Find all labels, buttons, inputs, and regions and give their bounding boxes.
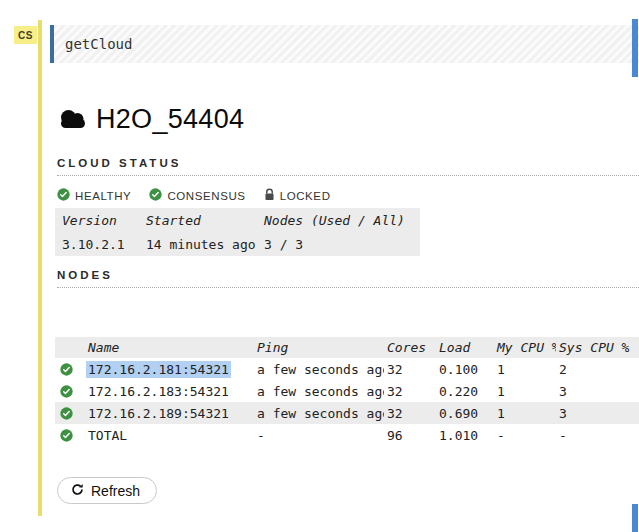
status-badges: HEALTHY CONSENSUS LOCKED <box>57 188 331 203</box>
node-my-cpu: 1 <box>494 358 556 380</box>
page-title: H2O_54404 <box>96 104 244 135</box>
check-circle-icon <box>55 380 85 402</box>
section-header-cloud-status: CLOUD STATUS <box>57 157 639 176</box>
node-cores: 32 <box>384 380 436 402</box>
cell-flag-badge: CS <box>14 26 37 44</box>
node-ping: a few seconds ago <box>254 402 384 424</box>
status-badge-consensus: CONSENSUS <box>149 188 245 203</box>
table-row: 3.10.2.1 14 minutes ago 3 / 3 <box>55 232 420 256</box>
status-badge-label: HEALTHY <box>75 190 131 202</box>
code-cell-input[interactable]: getCloud <box>50 25 639 63</box>
node-my-cpu: 1 <box>494 380 556 402</box>
selected-text: 172.16.2.181:54321 <box>86 361 231 378</box>
table-row: 172.16.2.181:54321 a few seconds ago 32 … <box>55 358 639 380</box>
node-load: 0.220 <box>436 380 494 402</box>
col-name: Name <box>85 337 254 358</box>
node-ping: a few seconds ago <box>254 380 384 402</box>
table-row: 172.16.2.183:54321 a few seconds ago 32 … <box>55 380 639 402</box>
node-sys-cpu: - <box>556 424 639 446</box>
node-cores: 32 <box>384 402 436 424</box>
col-ping: Ping <box>254 337 384 358</box>
status-badge-healthy: HEALTHY <box>57 188 131 203</box>
node-my-cpu: - <box>494 424 556 446</box>
nodes-used-all-value: 3 / 3 <box>257 232 420 256</box>
started-value: 14 minutes ago <box>139 232 257 256</box>
node-ping: a few seconds ago <box>254 358 384 380</box>
status-badge-label: LOCKED <box>280 190 331 202</box>
refresh-button[interactable]: Refresh <box>57 477 157 504</box>
col-cores: Cores <box>384 337 436 358</box>
table-header-row: Version Started Nodes (Used / All) <box>55 208 420 232</box>
table-row: 172.16.2.189:54321 a few seconds ago 32 … <box>55 402 639 424</box>
section-header-nodes: NODES <box>57 269 639 288</box>
col-status-icon <box>55 337 85 358</box>
cloud-icon <box>57 107 89 132</box>
node-load: 0.690 <box>436 402 494 424</box>
col-nodes-used-all: Nodes (Used / All) <box>257 208 420 232</box>
cloud-title-row: H2O_54404 <box>57 104 244 135</box>
node-name: TOTAL <box>85 424 254 446</box>
check-circle-icon <box>57 188 70 203</box>
node-name: 172.16.2.181:54321 <box>85 358 254 380</box>
col-started: Started <box>139 208 257 232</box>
node-cores: 32 <box>384 358 436 380</box>
col-my-cpu: My CPU % <box>494 337 556 358</box>
scrollbar-thumb-top[interactable] <box>632 19 638 77</box>
lock-icon <box>264 188 275 203</box>
col-version: Version <box>55 208 139 232</box>
cell-rail[interactable] <box>38 20 42 516</box>
version-value: 3.10.2.1 <box>55 232 139 256</box>
check-circle-icon <box>55 358 85 380</box>
table-header-row: Name Ping Cores Load My CPU % Sys CPU % <box>55 337 639 358</box>
node-sys-cpu: 3 <box>556 380 639 402</box>
check-circle-icon <box>55 402 85 424</box>
cloud-status-table: Version Started Nodes (Used / All) 3.10.… <box>55 208 420 256</box>
nodes-table: Name Ping Cores Load My CPU % Sys CPU % … <box>55 337 639 446</box>
check-circle-icon <box>149 188 162 203</box>
node-name: 172.16.2.183:54321 <box>85 380 254 402</box>
node-load: 1.010 <box>436 424 494 446</box>
node-my-cpu: 1 <box>494 402 556 424</box>
scrollbar-thumb-bottom[interactable] <box>632 504 638 532</box>
status-badge-locked: LOCKED <box>264 188 331 203</box>
node-sys-cpu: 2 <box>556 358 639 380</box>
refresh-button-label: Refresh <box>91 483 140 499</box>
node-cores: 96 <box>384 424 436 446</box>
col-load: Load <box>436 337 494 358</box>
node-ping: - <box>254 424 384 446</box>
code-cell-text: getCloud <box>54 36 132 52</box>
refresh-icon <box>71 483 84 499</box>
node-sys-cpu: 3 <box>556 402 639 424</box>
status-badge-label: CONSENSUS <box>167 190 245 202</box>
node-name: 172.16.2.189:54321 <box>85 402 254 424</box>
table-row-total: TOTAL - 96 1.010 - - <box>55 424 639 446</box>
check-circle-icon <box>55 424 85 446</box>
col-sys-cpu: Sys CPU % <box>556 337 639 358</box>
node-load: 0.100 <box>436 358 494 380</box>
